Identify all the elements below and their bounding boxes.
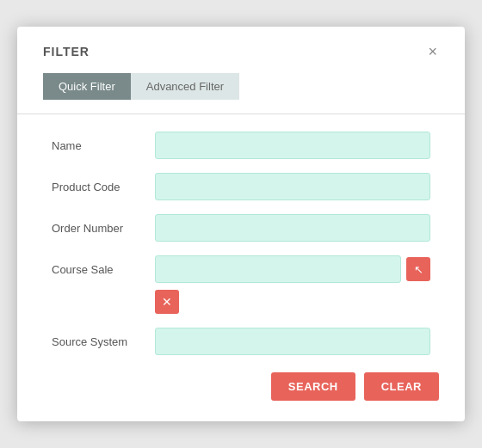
arrow-icon: ↖ <box>414 263 423 276</box>
source-system-label: Source System <box>52 335 146 348</box>
name-label: Name <box>52 139 146 152</box>
product-code-row: Product Code <box>52 173 430 200</box>
clear-button[interactable]: CLEAR <box>364 372 439 401</box>
course-sale-row: Course Sale ↖ <box>52 255 430 283</box>
name-row: Name <box>52 132 430 159</box>
remove-course-sale-button[interactable]: ✕ <box>155 290 179 314</box>
source-system-input[interactable] <box>155 328 430 355</box>
course-sale-label: Course Sale <box>52 263 146 276</box>
remove-icon: ✕ <box>162 295 172 309</box>
product-code-label: Product Code <box>52 181 146 193</box>
close-button[interactable]: × <box>426 44 439 59</box>
course-sale-input[interactable] <box>155 255 401 283</box>
course-sale-input-wrap: ↖ <box>155 255 430 283</box>
footer-buttons: SEARCH CLEAR <box>43 372 439 401</box>
product-code-input[interactable] <box>155 173 430 200</box>
order-number-input[interactable] <box>155 214 430 242</box>
order-number-label: Order Number <box>52 222 146 235</box>
form-area: Name Product Code Order Number Course Sa… <box>43 132 439 355</box>
course-sale-arrow-button[interactable]: ↖ <box>406 257 430 281</box>
name-input[interactable] <box>155 132 430 159</box>
divider <box>17 114 465 114</box>
tab-quick-filter[interactable]: Quick Filter <box>43 73 131 100</box>
modal-header: FILTER × <box>43 44 439 59</box>
modal-title: FILTER <box>43 45 90 58</box>
source-system-row: Source System <box>52 328 430 355</box>
order-number-row: Order Number <box>52 214 430 242</box>
tab-bar: Quick Filter Advanced Filter <box>43 73 439 100</box>
tab-advanced-filter[interactable]: Advanced Filter <box>131 73 239 100</box>
remove-btn-row: ✕ <box>155 290 430 314</box>
search-button[interactable]: SEARCH <box>271 372 355 401</box>
filter-modal: FILTER × Quick Filter Advanced Filter Na… <box>17 27 465 421</box>
